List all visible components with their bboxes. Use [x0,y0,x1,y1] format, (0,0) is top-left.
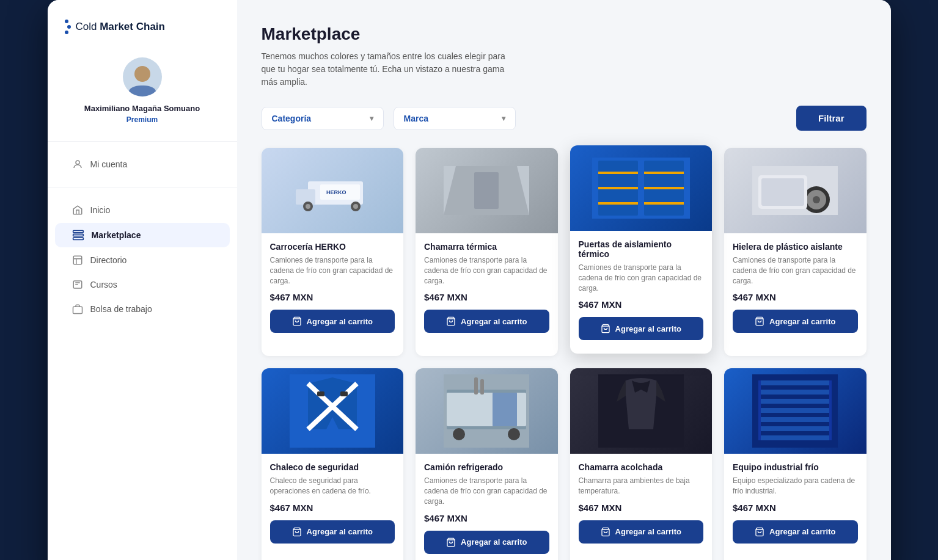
product-image-5 [262,368,404,454]
svg-rect-58 [758,390,832,395]
product-card-5: Chaleco de seguridad Chaleco de segurida… [262,368,404,560]
svg-text:HERKO: HERKO [326,189,346,195]
marca-select[interactable]: Marca ▾ [394,107,516,130]
add-cart-button-8[interactable]: Agregar al carrito [733,520,858,544]
courses-icon [72,279,83,290]
product-info-1: Carrocería HERKO Camiones de transporte … [262,233,404,356]
jacket-illustration [598,374,684,448]
cooler-illustration [752,166,838,215]
svg-rect-42 [317,391,324,396]
user-area: Maximiliano Magaña Somuano Premium [48,51,237,139]
product-desc-5: Chaleco de seguridad para operaciones en… [270,476,395,496]
categoria-select[interactable]: Categoría ▾ [262,107,384,130]
marca-label: Marca [404,114,428,123]
add-cart-button-5[interactable]: Agregar al carrito [270,520,395,544]
svg-rect-5 [73,238,83,239]
product-card-7: Chamarra acolchada Chamarra para ambient… [570,368,713,560]
product-image-7 [570,368,713,454]
truck-illustration: HERKO [290,166,375,215]
machine-illustration [752,374,838,448]
door-illustration [592,158,690,219]
svg-rect-64 [758,380,761,440]
product-price-6: $467 MXN [424,513,549,523]
product-image-8 [724,368,867,454]
product-image-4 [724,148,867,233]
svg-rect-1 [129,85,156,96]
svg-rect-20 [474,172,499,209]
product-name-2: Chamarra térmica [424,242,549,252]
categoria-label: Categoría [272,114,312,123]
person-icon [72,159,83,170]
trailer-illustration [444,374,529,448]
svg-rect-57 [758,380,832,385]
product-info-3: Puertas de aislamiento térmico Camiones … [570,231,713,354]
product-name-5: Chaleco de seguridad [270,462,395,472]
directory-icon [72,255,83,266]
nav-bolsa-label: Bolsa de trabajo [90,304,152,314]
product-info-5: Chaleco de seguridad Chaleco de segurida… [262,454,404,560]
add-cart-button-4[interactable]: Agregar al carrito [733,310,858,333]
product-desc-8: Equipo especializado para cadena de frío… [733,476,858,496]
nav-directorio-label: Directorio [90,255,127,265]
product-desc-3: Camiones de transporte para la cadena de… [579,263,704,293]
nav-item-marketplace[interactable]: Marketplace [55,223,230,247]
user-name: Maximiliano Magaña Somuano [84,104,200,113]
product-card-6: Camión refrigerado Camiones de transport… [416,368,558,560]
product-name-3: Puertas de aislamiento térmico [579,239,704,259]
nav-marketplace-label: Marketplace [92,230,141,240]
nav-item-inicio[interactable]: Inicio [55,198,230,222]
product-name-4: Hielera de plástico aislante [733,242,858,252]
svg-point-49 [508,428,520,440]
product-price-2: $467 MXN [424,292,549,302]
cart-icon-8 [755,527,764,537]
product-name-6: Camión refrigerado [424,462,549,472]
mi-cuenta-label: Mi cuenta [90,159,128,169]
product-card-2: Chamarra térmica Camiones de transporte … [416,148,558,356]
svg-rect-62 [758,426,832,431]
vest-illustration [290,374,375,448]
logo-icon [65,20,71,34]
product-image-6 [416,368,558,454]
product-info-6: Camión refrigerado Camiones de transport… [416,454,558,560]
add-cart-button-1[interactable]: Agregar al carrito [270,310,395,333]
add-cart-button-2[interactable]: Agregar al carrito [424,310,549,333]
add-cart-button-7[interactable]: Agregar al carrito [579,520,704,544]
product-desc-7: Chamarra para ambientes de baja temperat… [579,476,704,496]
product-image-3 [570,145,713,231]
product-card-1: HERKO Carrocería HERKO Camiones de trans… [262,148,404,356]
nav-item-bolsa[interactable]: Bolsa de trabajo [55,297,230,321]
svg-point-14 [353,204,358,209]
product-info-2: Chamarra térmica Camiones de transporte … [416,233,558,356]
cart-icon-7 [601,527,610,537]
nav-inicio-label: Inicio [90,205,111,215]
product-price-7: $467 MXN [579,503,704,513]
user-badge: Premium [126,115,158,124]
avatar-svg [123,57,162,96]
thermal-illustration [444,166,529,215]
svg-rect-63 [758,435,832,440]
svg-point-35 [813,196,820,203]
product-name-7: Chamarra acolchada [579,462,704,472]
svg-rect-4 [73,234,83,236]
product-desc-6: Camiones de transporte para la cadena de… [424,476,549,506]
home-icon [72,205,83,216]
svg-rect-43 [340,391,348,396]
cart-icon-5 [292,527,302,537]
product-card-3: Puertas de aislamiento térmico Camiones … [570,145,713,354]
cart-icon-2 [446,316,456,326]
add-cart-button-6[interactable]: Agregar al carrito [424,531,549,554]
svg-point-48 [453,428,465,440]
svg-point-2 [76,161,79,164]
jobs-icon [72,304,83,315]
product-price-1: $467 MXN [270,292,395,302]
product-info-4: Hielera de plástico aislante Camiones de… [724,233,867,356]
svg-rect-59 [758,399,832,404]
add-cart-button-3[interactable]: Agregar al carrito [579,317,704,340]
svg-rect-65 [829,380,832,440]
filter-button[interactable]: Filtrar [796,106,867,131]
product-card-8: Equipo industrial frío Equipo especializ… [724,368,867,560]
product-info-7: Chamarra acolchada Chamarra para ambient… [570,454,713,560]
nav-item-directorio[interactable]: Directorio [55,249,230,272]
nav-item-mi-cuenta[interactable]: Mi cuenta [55,153,230,176]
nav-item-cursos[interactable]: Cursos [55,273,230,296]
